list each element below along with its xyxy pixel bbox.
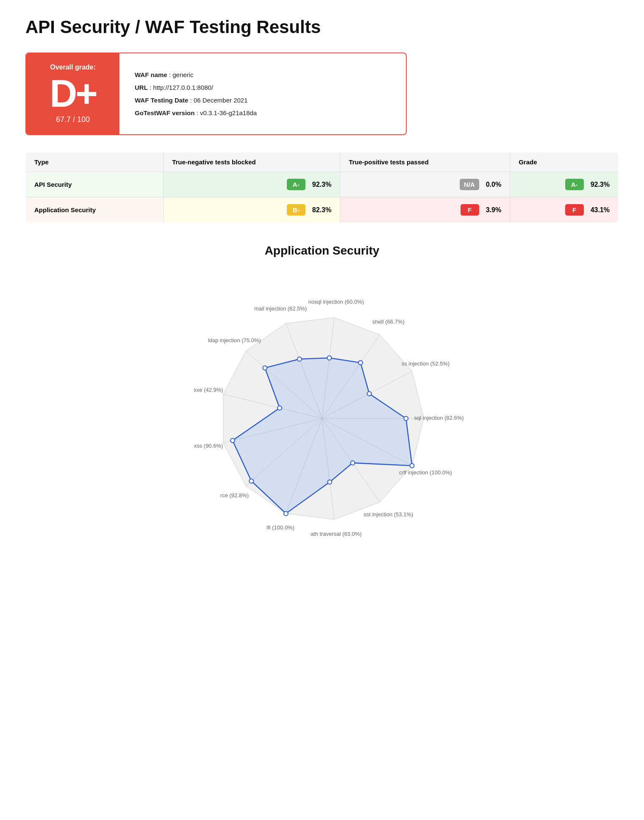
pos-badge: N/A xyxy=(460,179,479,190)
grade-card: Overall grade: D+ 67.7 / 100 WAF name : … xyxy=(25,53,407,135)
url-line: URL : http://127.0.0.1:8080/ xyxy=(135,83,257,93)
pos-pct: 0.0% xyxy=(486,181,501,188)
grade-letter: D+ xyxy=(50,75,96,113)
pos-cell: N/A 0.0% xyxy=(340,172,510,197)
svg-point-25 xyxy=(410,464,414,468)
pos-cell: F 3.9% xyxy=(340,197,510,223)
pos-badge: F xyxy=(461,204,479,216)
neg-badge: B- xyxy=(287,204,305,216)
grade-left: Overall grade: D+ 67.7 / 100 xyxy=(26,53,119,134)
radar-label: crlf injection (100.0%) xyxy=(399,469,452,476)
svg-point-14 xyxy=(367,391,372,396)
testing-date-value: 06 December 2021 xyxy=(194,97,248,104)
grade-score: 67.7 / 100 xyxy=(56,115,90,124)
radar-label: mail injection (62.5%) xyxy=(254,305,307,312)
neg-pct: 82.3% xyxy=(312,206,331,214)
svg-point-16 xyxy=(327,356,331,360)
neg-cell: A- 92.3% xyxy=(164,172,340,197)
grade-label: Overall grade: xyxy=(50,64,96,71)
url-value: http://127.0.0.1:8080/ xyxy=(153,84,213,91)
neg-pct: 92.3% xyxy=(312,181,331,188)
grade-cell: A- 92.3% xyxy=(510,172,619,197)
grade-cell: F 43.1% xyxy=(510,197,619,223)
testing-date-colon: : xyxy=(190,97,194,104)
waf-name-label: WAF name xyxy=(135,71,167,78)
svg-point-20 xyxy=(230,438,235,443)
radar-label: ss injection (52.5%) xyxy=(402,360,450,367)
radar-label: ldap injection (75.0%) xyxy=(208,337,261,344)
radar-label: xxe (42.9%) xyxy=(194,387,223,393)
svg-point-13 xyxy=(404,416,408,421)
neg-badge: A- xyxy=(287,179,305,190)
svg-point-19 xyxy=(278,406,282,410)
svg-point-23 xyxy=(328,480,332,484)
radar-container: sql injection (82.6%)ss injection (52.5%… xyxy=(174,270,470,567)
svg-point-21 xyxy=(249,479,253,483)
col-true-neg: True-negative tests blocked xyxy=(164,152,340,172)
svg-point-17 xyxy=(297,357,302,361)
version-label: GoTestWAF version xyxy=(135,109,194,116)
radar-label: shell (66.7%) xyxy=(372,319,405,325)
radar-label: sst injection (53.1%) xyxy=(364,511,413,518)
type-cell: API Security xyxy=(26,172,164,197)
svg-point-15 xyxy=(358,360,363,365)
type-cell: Application Security xyxy=(26,197,164,223)
waf-name-line: WAF name : generic xyxy=(135,70,257,80)
results-table: Type True-negative tests blocked True-po… xyxy=(25,152,619,223)
chart-section: Application Security sql injection (82.6… xyxy=(25,244,619,567)
version-colon: : xyxy=(197,109,200,116)
radar-label: nosql injection (60.0%) xyxy=(308,299,364,305)
version-line: GoTestWAF version : v0.3.1-36-g21a18da xyxy=(135,108,257,118)
waf-name-colon: : xyxy=(169,71,172,78)
neg-cell: B- 82.3% xyxy=(164,197,340,223)
testing-date-line: WAF Testing Date : 06 December 2021 xyxy=(135,95,257,105)
radar-svg: sql injection (82.6%)ss injection (52.5%… xyxy=(174,270,470,567)
grade-badge: A- xyxy=(565,179,584,190)
radar-label: rce (92.8%) xyxy=(220,492,249,499)
radar-label: lfi (100.0%) xyxy=(266,524,294,531)
radar-label: sql injection (82.6%) xyxy=(414,415,464,421)
col-true-pos: True-positive tests passed xyxy=(340,152,510,172)
page-title: API Security / WAF Testing Results xyxy=(25,17,619,37)
svg-point-24 xyxy=(350,461,355,465)
radar-label: xss (90.6%) xyxy=(194,443,223,449)
radar-label: ath traversal (63.0%) xyxy=(311,531,362,537)
testing-date-label: WAF Testing Date xyxy=(135,97,188,104)
table-row: API Security A- 92.3% N/A 0.0% A- 92.3% xyxy=(26,172,619,197)
svg-point-22 xyxy=(284,511,288,515)
grade-badge: F xyxy=(565,204,584,216)
svg-point-18 xyxy=(263,366,267,370)
grade-right: WAF name : generic URL : http://127.0.0.… xyxy=(119,53,272,134)
version-value: v0.3.1-36-g21a18da xyxy=(200,109,257,116)
pos-pct: 3.9% xyxy=(486,206,501,214)
url-label: URL xyxy=(135,84,148,91)
grade-pct: 43.1% xyxy=(591,206,610,214)
waf-name-value: generic xyxy=(172,71,193,78)
chart-title: Application Security xyxy=(25,244,619,258)
grade-pct: 92.3% xyxy=(591,181,610,188)
col-grade: Grade xyxy=(510,152,619,172)
table-row: Application Security B- 82.3% F 3.9% F 4… xyxy=(26,197,619,223)
col-type: Type xyxy=(26,152,164,172)
